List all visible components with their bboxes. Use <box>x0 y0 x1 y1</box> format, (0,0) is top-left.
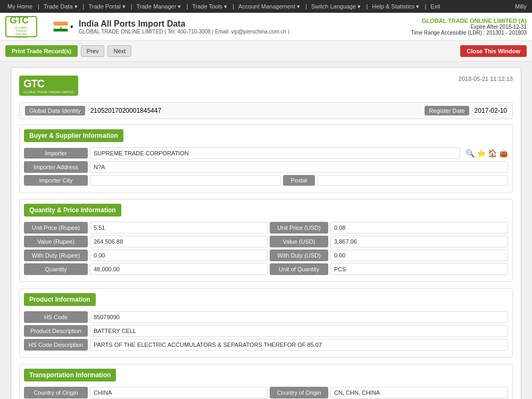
logo-gtc-text: GTC <box>10 15 33 26</box>
product-desc-row: Product Description BATTERY CELL <box>24 325 508 337</box>
unit-price-row: Unit Price (Rupee) 5.51 Unit Price (USD)… <box>24 222 508 234</box>
logo-box: GTC GLOBAL TRADEONLINE LIMITED <box>5 16 37 37</box>
country-origin-row: Country of Origin CHINA Country of Origi… <box>24 387 508 398</box>
header-bar: GTC GLOBAL TRADEONLINE LIMITED ⊙ ▾ India… <box>0 13 532 41</box>
india-flag: ⊙ <box>53 21 68 32</box>
nav-user: Milly <box>515 3 527 10</box>
nav-trade-manager[interactable]: Trade Manager ▾ <box>134 1 185 12</box>
company-info: GLOBAL TRADE ONLINE LIMITED ( Tel: 400-7… <box>79 29 411 35</box>
bag-icon[interactable]: 👜 <box>499 149 508 157</box>
quantity-price-body: Unit Price (Rupee) 5.51 Unit Price (USD)… <box>20 220 512 281</box>
quantity-label: Quantity <box>24 263 88 275</box>
logo-subtext: GLOBAL TRADEONLINE LIMITED <box>10 26 33 39</box>
record-logo-box: GTC GLOBAL TRADE ONLINE LIMITED <box>19 76 78 96</box>
product-body: HS Code 85079090 Product Description BAT… <box>20 309 512 357</box>
with-duty-rupee-label: With Duty (Rupee) <box>24 250 88 261</box>
unit-price-usd-label: Unit Price (USD) <box>270 222 328 234</box>
product-section: Product Information HS Code 85079090 Pro… <box>19 288 513 358</box>
nav-help-statistics[interactable]: Help & Statistics ▾ <box>369 1 422 12</box>
expire-date: Expire After 2018-12-31 <box>411 24 527 30</box>
importer-label: Importer <box>24 148 88 159</box>
with-duty-rupee-value: 0.00 <box>90 250 268 261</box>
unit-of-quantity-value: PCS <box>330 263 508 275</box>
time-range: Time Range Accessible (LDR) : 201301 - 2… <box>411 30 527 36</box>
flag-dropdown[interactable]: ▾ <box>70 23 73 30</box>
nav-switch-language[interactable]: Switch Language ▾ <box>308 1 364 12</box>
value-rupee-label: Value (Rupee) <box>24 236 88 247</box>
product-desc-value: BATTERY CELL <box>90 325 508 337</box>
with-duty-row: With Duty (Rupee) 0.00 With Duty (USD) 0… <box>24 250 508 261</box>
register-date-label: Register Date <box>425 106 469 115</box>
buyer-supplier-section: Buyer & Supplier Information Importer SU… <box>19 124 513 193</box>
country-origin2-value: CN, CHN, CHINA <box>330 387 508 398</box>
record-header: GTC GLOBAL TRADE ONLINE LIMITED 2018-05-… <box>19 76 513 96</box>
value-row: Value (Rupee) 264,506.88 Value (USD) 3,8… <box>24 236 508 247</box>
importer-address-row: Importer Address N?A <box>24 161 508 173</box>
transportation-section: Transportation Information Country of Or… <box>19 364 513 399</box>
print-button-top[interactable]: Print Trade Record(s) <box>5 45 78 57</box>
importer-city-label: Importer City <box>24 175 88 186</box>
page-title: India All Ports Import Data <box>79 19 411 29</box>
record-logo-sub: GLOBAL TRADE ONLINE LIMITED <box>23 90 74 94</box>
unit-price-usd-value: 0.08 <box>330 222 508 234</box>
main-content: GTC GLOBAL TRADE ONLINE LIMITED 2018-05-… <box>0 62 532 399</box>
importer-address-label: Importer Address <box>24 161 88 173</box>
star-icon[interactable]: ⭐ <box>477 149 486 157</box>
importer-icons: 🔍 ⭐ 🏠 👜 <box>466 149 508 157</box>
nav-trade-data[interactable]: Trade Data ▾ <box>40 1 81 12</box>
brand-name: GLOBAL TRADE ONLINE LIMITED (A) <box>411 18 527 24</box>
value-usd-value: 3,867.06 <box>330 236 508 247</box>
with-duty-usd-label: With Duty (USD) <box>270 250 328 261</box>
top-nav: My Home | Trade Data ▾ | Trade Portal ▾ … <box>0 0 532 13</box>
importer-city-row: Importer City Postal <box>24 175 508 186</box>
nav-trade-portal[interactable]: Trade Portal ▾ <box>85 1 128 12</box>
unit-of-quantity-label: Unit of Quantity <box>270 263 328 275</box>
header-title: India All Ports Import Data GLOBAL TRADE… <box>79 19 411 35</box>
next-button-top[interactable]: Next <box>107 45 131 57</box>
header-right: GLOBAL TRADE ONLINE LIMITED (A) Expire A… <box>411 18 527 36</box>
postal-label: Postal <box>283 175 315 186</box>
record-card: GTC GLOBAL TRADE ONLINE LIMITED 2018-05-… <box>11 67 521 399</box>
close-button-top[interactable]: Close This Window <box>460 45 527 57</box>
hs-code-desc-row: HS Code Description PARTS OF THE ELECTRI… <box>24 339 508 351</box>
top-btn-bar: Print Trade Record(s) Prev Next Close Th… <box>0 41 532 62</box>
country-origin-label: Country of Origin <box>24 387 88 398</box>
transportation-title: Transportation Information <box>24 369 116 381</box>
prev-button-top[interactable]: Prev <box>81 45 105 57</box>
flag-area: ⊙ ▾ <box>53 21 73 32</box>
record-timestamp: 2018-05-21 11:12:13 <box>459 76 513 82</box>
with-duty-usd-value: 0.00 <box>330 250 508 261</box>
record-logo: GTC GLOBAL TRADE ONLINE LIMITED <box>19 76 78 96</box>
hs-code-desc-label: HS Code Description <box>24 339 88 351</box>
country-origin2-label: Country of Origin <box>270 387 328 398</box>
nav-exit[interactable]: Exit <box>427 1 443 12</box>
hs-code-value: 85079090 <box>90 311 508 323</box>
importer-city-value <box>90 175 281 186</box>
importer-value: SUPREME TRADE CORPORATION <box>90 147 460 159</box>
register-date-value: 2017-02-10 <box>475 107 507 114</box>
value-usd-label: Value (USD) <box>270 236 328 247</box>
buyer-supplier-title: Buyer & Supplier Information <box>24 129 123 142</box>
country-origin-value: CHINA <box>90 387 268 398</box>
record-gtc-text: GTC <box>23 78 74 90</box>
value-rupee-value: 264,506.88 <box>90 236 268 247</box>
product-desc-label: Product Description <box>24 325 88 337</box>
nav-account-management[interactable]: Account Management ▾ <box>235 1 303 12</box>
quantity-row: Quantity 48,000.00 Unit of Quantity PCS <box>24 263 508 275</box>
search-icon[interactable]: 🔍 <box>466 149 475 157</box>
postal-value <box>317 175 508 186</box>
identity-value: 21052017020001845447 <box>90 107 420 114</box>
buyer-supplier-body: Importer SUPREME TRADE CORPORATION 🔍 ⭐ 🏠… <box>20 145 512 192</box>
importer-address-value: N?A <box>90 161 508 173</box>
product-title: Product Information <box>24 293 96 306</box>
quantity-price-title: Quantity & Price Information <box>24 204 121 217</box>
home-icon[interactable]: 🏠 <box>488 149 497 157</box>
logo-area: GTC GLOBAL TRADEONLINE LIMITED <box>5 16 37 37</box>
nav-my-home[interactable]: My Home <box>4 1 36 12</box>
hs-code-label: HS Code <box>24 311 88 323</box>
identity-label: Global Data Identity <box>25 106 85 115</box>
identity-row: Global Data Identity 2105201702000184544… <box>19 102 513 119</box>
unit-price-rupee-label: Unit Price (Rupee) <box>24 222 88 234</box>
unit-price-rupee-value: 5.51 <box>90 222 268 234</box>
nav-trade-tools[interactable]: Trade Tools ▾ <box>189 1 230 12</box>
